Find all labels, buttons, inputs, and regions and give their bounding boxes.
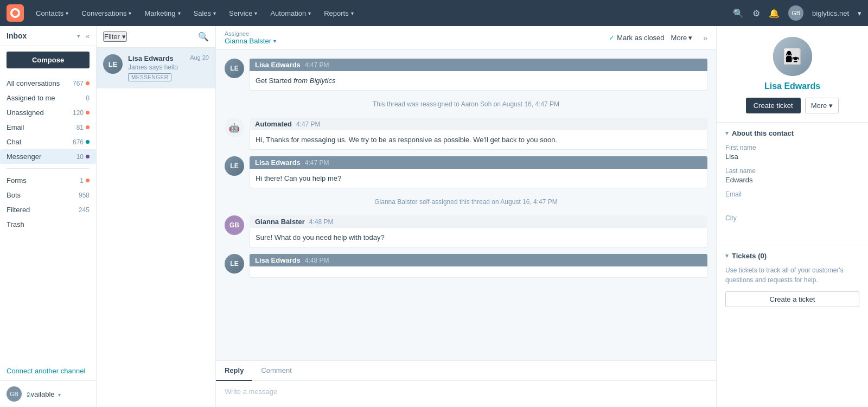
chat-header-actions: ✓ Mark as closed More ▾ » <box>609 34 707 42</box>
about-contact-section: ▾ About this contact First name Lisa Las… <box>717 123 868 245</box>
contact-name: Lisa Edwards <box>764 81 820 91</box>
nav-service[interactable]: Service ▾ <box>224 0 263 26</box>
about-field-email: Email <box>725 190 859 208</box>
sidebar-nav-list: All conversations 767 Assigned to me 0 U… <box>0 74 96 361</box>
message-input[interactable]: Write a message <box>216 381 716 407</box>
chat-more-button[interactable]: More ▾ <box>671 34 693 42</box>
automated-message-row: 🤖 Automated 4:47 PM Hi, Thanks for messa… <box>225 118 707 150</box>
unread-dot <box>86 125 90 129</box>
settings-icon[interactable]: ⚙ <box>752 8 760 18</box>
sidebar-item-all-conversations[interactable]: All conversations 767 <box>0 76 96 91</box>
compose-button[interactable]: Compose <box>7 52 90 68</box>
automated-body: Hi, Thanks for messaging us. We try to b… <box>250 130 707 150</box>
sidebar-item-messenger[interactable]: Messenger 10 <box>0 149 96 164</box>
chevron-down-icon: ▾ <box>254 10 257 16</box>
mark-as-closed-button[interactable]: ✓ Mark as closed <box>609 34 664 42</box>
nav-contacts[interactable]: Contacts ▾ <box>30 0 74 26</box>
chevron-down-icon: ▾ <box>308 10 311 16</box>
message-row: LE Lisa Edwards 4:47 PM Get Started from… <box>225 59 707 91</box>
chat-header: Assignee Gianna Balster ▾ ✓ Mark as clos… <box>216 26 716 50</box>
hubspot-logo[interactable] <box>7 4 24 22</box>
assignee-label: Assignee <box>225 30 276 37</box>
tab-comment[interactable]: Comment <box>252 361 300 381</box>
sidebar-item-assigned-to-me[interactable]: Assigned to me 0 <box>0 91 96 105</box>
contact-avatar-large: 👩‍👧 <box>773 37 812 76</box>
tab-reply[interactable]: Reply <box>216 361 252 381</box>
unread-dot <box>86 81 90 85</box>
unread-dot <box>86 111 90 115</box>
messages-area: LE Lisa Edwards 4:47 PM Get Started from… <box>216 50 716 360</box>
contact-more-button[interactable]: More ▾ <box>805 98 839 113</box>
tickets-section: ▾ Tickets (0) Use tickets to track all o… <box>717 245 868 314</box>
agent-time: 4:48 PM <box>309 218 334 226</box>
search-icon[interactable]: 🔍 <box>733 8 744 18</box>
filter-button[interactable]: Filter ▾ <box>103 31 127 42</box>
left-sidebar: Inbox ▾ « Compose All conversations 767 … <box>0 26 97 407</box>
inbox-title: Inbox <box>7 31 74 40</box>
user-avatar[interactable]: GB <box>788 5 803 21</box>
conversation-contact-avatar: LE <box>103 54 123 74</box>
chevron-down-icon: ▾ <box>58 392 61 398</box>
chevron-down-icon: ▾ <box>688 34 692 42</box>
top-navigation: Contacts ▾ Conversations ▾ Marketing ▾ S… <box>0 0 868 26</box>
create-ticket-button-2[interactable]: Create a ticket <box>725 291 859 307</box>
sidebar-item-unassigned[interactable]: Unassigned 120 <box>0 105 96 120</box>
nav-sales[interactable]: Sales ▾ <box>188 0 222 26</box>
sidebar-collapse-icon[interactable]: « <box>86 32 90 40</box>
conversation-item[interactable]: LE Lisa Edwards James says hello MESSENG… <box>97 48 215 88</box>
nav-conversations[interactable]: Conversations ▾ <box>76 0 137 26</box>
sidebar-item-email[interactable]: Email 81 <box>0 120 96 135</box>
message-bubble: Lisa Edwards 4:47 PM Get Started from Bi… <box>250 59 707 91</box>
message-bubble: Lisa Edwards 4:48 PM <box>250 254 707 278</box>
user-status-label[interactable]: Available <box>26 390 55 398</box>
nav-marketing[interactable]: Marketing ▾ <box>139 0 186 26</box>
bell-icon[interactable]: 🔔 <box>769 8 780 18</box>
about-field-city: City <box>725 214 859 232</box>
sidebar-item-forms[interactable]: Forms 1 <box>0 173 96 188</box>
automated-bubble: Automated 4:47 PM Hi, Thanks for messagi… <box>250 118 707 150</box>
nav-right-area: 🔍 ⚙ 🔔 GB biglytics.net ▾ <box>733 5 861 21</box>
sidebar-item-trash[interactable]: Trash <box>0 217 96 232</box>
expand-panel-icon[interactable]: » <box>703 34 707 42</box>
message-sender-avatar: LE <box>225 254 244 274</box>
sidebar-item-bots[interactable]: Bots 958 <box>0 188 96 202</box>
about-contact-header[interactable]: ▾ About this contact <box>725 129 859 137</box>
status-online-dot <box>26 394 30 398</box>
message-row: LE Lisa Edwards 4:48 PM <box>225 254 707 278</box>
conversation-list: Filter ▾ 🔍 LE Lisa Edwards James says he… <box>97 26 216 407</box>
connect-channel-link[interactable]: Connect another channel <box>0 361 96 380</box>
reply-tabs: Reply Comment <box>216 361 716 381</box>
nav-automation[interactable]: Automation ▾ <box>265 0 316 26</box>
inbox-dropdown-icon[interactable]: ▾ <box>77 33 80 40</box>
chevron-down-icon: ▾ <box>858 9 861 17</box>
message-sender-name: Lisa Edwards <box>255 256 301 264</box>
main-layout: Inbox ▾ « Compose All conversations 767 … <box>0 26 868 407</box>
tickets-section-header[interactable]: ▾ Tickets (0) <box>725 252 859 260</box>
about-field-firstname: First name Lisa <box>725 144 859 161</box>
chevron-down-icon: ▾ <box>178 10 181 16</box>
domain-label[interactable]: biglytics.net <box>812 9 849 17</box>
system-message: This thread was reassigned to Aaron Soh … <box>225 97 707 111</box>
unread-dot <box>86 179 90 182</box>
message-body: Get Started from Biglytics <box>250 71 707 91</box>
message-time: 4:47 PM <box>305 159 329 167</box>
message-row: LE Lisa Edwards 4:47 PM Hi there! Can yo… <box>225 156 707 188</box>
agent-bubble: Gianna Balster 4:48 PM Sure! What do you… <box>250 215 707 247</box>
sidebar-item-filtered[interactable]: Filtered 245 <box>0 202 96 217</box>
nav-reports[interactable]: Reports ▾ <box>318 0 359 26</box>
assignee-section: Assignee Gianna Balster ▾ <box>225 30 276 45</box>
conversation-search-icon[interactable]: 🔍 <box>198 31 209 42</box>
message-bubble: Lisa Edwards 4:47 PM Hi there! Can you h… <box>250 156 707 188</box>
message-sender-avatar: LE <box>225 59 244 78</box>
sidebar-divider <box>7 168 90 169</box>
inbox-header: Inbox ▾ « <box>0 26 96 46</box>
chevron-down-icon: ▾ <box>725 252 729 259</box>
about-field-lastname: Last name Edwards <box>725 167 859 184</box>
message-sender-name: Lisa Edwards <box>255 158 301 167</box>
conversation-channel-tag: MESSENGER <box>128 73 171 81</box>
sidebar-item-chat[interactable]: Chat 676 <box>0 135 96 149</box>
create-ticket-button[interactable]: Create ticket <box>746 98 801 113</box>
conversation-info: Lisa Edwards James says hello MESSENGER <box>128 54 184 81</box>
agent-avatar: GB <box>225 215 244 235</box>
assignee-name[interactable]: Gianna Balster ▾ <box>225 37 276 45</box>
